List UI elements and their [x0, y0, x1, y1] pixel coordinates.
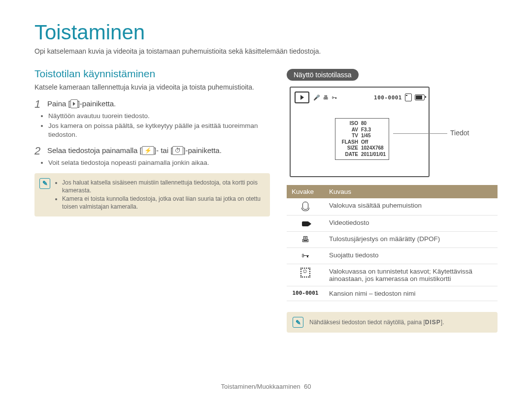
legend-desc: Videotiedosto: [324, 216, 498, 232]
table-header-row: Kuvake Kuvaus: [287, 185, 498, 198]
file-id: 100-0001: [374, 94, 402, 101]
note-icon: ✎: [39, 178, 50, 189]
table-row: 🗝 Suojattu tiedosto: [287, 248, 498, 264]
info-label: FLASH: [338, 139, 361, 146]
subsection-pill: Näyttö toistotilassa: [287, 69, 359, 81]
step1-text-b: ]-painiketta.: [78, 99, 116, 108]
page-footer: Toistaminen/Muokkaaminen 60: [0, 383, 532, 390]
callout-label: Tiedot: [450, 129, 469, 137]
table-row: 100-0001 Kansion nimi – tiedoston nimi: [287, 286, 498, 301]
callout-line: [393, 133, 447, 134]
col-header-icon: Kuvake: [287, 185, 324, 198]
battery-fill: [416, 95, 422, 99]
step-number: 1: [34, 99, 47, 110]
info-label: SIZE: [338, 145, 361, 152]
step-number: 2: [34, 146, 47, 156]
page-intro: Opi katselemaan kuvia ja videoita ja toi…: [34, 47, 498, 55]
lcd-illustration: 🎤 🖶 🗝 100-0001 ISO80 AVF3.3: [290, 87, 498, 177]
note-item: Jos haluat katsella sisäiseen muistiin t…: [62, 179, 264, 194]
flash-button-icon: ⚡: [142, 146, 154, 155]
table-row: 🖶 Tulostusjärjestys on määrätty (DPOF): [287, 232, 498, 248]
step2-text-a: Selaa tiedostoja painamalla [: [47, 146, 142, 154]
key-lock-icon: 🗝: [301, 251, 309, 260]
icon-legend-table: Kuvake Kuvaus Valokuva sisältää puhemuis…: [287, 185, 498, 301]
info-value: 1/45: [361, 133, 370, 139]
bullet: Näyttöön avautuu tuorein tiedosto.: [48, 112, 270, 121]
lcd-status-icons: 🎤 🖶 🗝: [313, 94, 337, 101]
legend-icon-cell: 🗝: [287, 248, 324, 264]
tip-b: ].: [441, 319, 444, 326]
playback-indicator-icon: [295, 92, 309, 103]
step-2: 2 Selaa tiedostoja painamalla [⚡]- tai […: [34, 146, 270, 156]
col-header-desc: Kuvaus: [324, 185, 498, 198]
legend-icon-cell: [287, 264, 324, 286]
tip-a: Nähdäksesi tiedoston tiedot näytöllä, pa…: [309, 319, 425, 326]
timer-button-icon: ⏱: [172, 146, 183, 155]
note-item: Kamera ei toista kunnolla tiedostoja, jo…: [62, 195, 264, 211]
table-row: Videotiedosto: [287, 216, 498, 232]
step-text: Paina []-painiketta.: [47, 99, 116, 109]
section-lede: Katsele kameraan tallennettuja kuvia ja …: [34, 83, 270, 92]
legend-icon-cell: 🖶: [287, 232, 324, 248]
lcd-top-right: 100-0001: [374, 93, 425, 101]
info-value: Off: [361, 139, 368, 146]
right-column: Näyttö toistotilassa 🎤 🖶 🗝 100-0001: [287, 68, 498, 333]
info-value: 2011/01/01: [361, 152, 386, 158]
footer-section: Toistaminen/Muokkaaminen: [221, 383, 300, 390]
step1-bullets: Näyttöön avautuu tuorein tiedosto. Jos k…: [48, 112, 270, 140]
info-value: 1024X768: [361, 145, 384, 152]
legend-desc: Suojattu tiedosto: [324, 248, 498, 264]
table-row: Valokuvassa on tunnistetut kasvot; Käyte…: [287, 264, 498, 286]
info-value: F3.3: [361, 127, 371, 133]
note-icon: ✎: [293, 317, 303, 328]
face-detect-icon: [300, 268, 310, 278]
table-row: Valokuva sisältää puhemuistion: [287, 198, 498, 216]
battery-icon: [415, 94, 425, 100]
step1-text-a: Paina [: [47, 99, 70, 108]
legend-icon-cell: [287, 198, 324, 216]
bullet: Jos kamera on poissa päältä, se kytkeyty…: [48, 122, 270, 139]
manual-page: Toistaminen Opi katselemaan kuvia ja vid…: [0, 0, 532, 401]
printer-icon: 🖶: [301, 235, 309, 244]
bullet: Voit selata tiedostoja nopeasti painamal…: [48, 158, 270, 167]
step2-text-b: ]-painiketta.: [183, 146, 222, 154]
legend-icon-cell: 100-0001: [287, 286, 324, 301]
legend-icon-cell: [287, 216, 324, 232]
note-list: Jos haluat katsella sisäiseen muistiin t…: [55, 178, 264, 212]
lock-icon: 🗝: [332, 94, 337, 100]
print-icon: 🖶: [323, 94, 329, 100]
info-value: 80: [361, 121, 366, 127]
microphone-icon: [302, 202, 308, 210]
info-label: TV: [338, 133, 361, 139]
step-1: 1 Paina []-painiketta.: [34, 99, 270, 110]
video-icon: [302, 221, 309, 226]
step2-text-mid: ]- tai [: [154, 146, 173, 154]
section-heading: Toistotilan käynnistäminen: [34, 68, 270, 80]
note-box: ✎ Jos haluat katsella sisäiseen muistiin…: [34, 173, 270, 216]
left-column: Toistotilan käynnistäminen Katsele kamer…: [34, 68, 270, 333]
memory-card-icon: [405, 93, 412, 101]
mic-icon: 🎤: [313, 94, 320, 101]
play-button-icon: [70, 99, 78, 108]
lcd-info-panel: ISO80 AVF3.3 TV1/45 FLASHOff SIZE1024X76…: [335, 118, 389, 160]
legend-desc: Kansion nimi – tiedoston nimi: [324, 286, 498, 301]
legend-desc: Tulostusjärjestys on määrätty (DPOF): [324, 232, 498, 248]
lcd-top-bar: 🎤 🖶 🗝 100-0001: [295, 92, 425, 103]
page-title: Toistaminen: [34, 21, 498, 44]
tip-box: ✎ Nähdäksesi tiedoston tiedot näytöllä, …: [287, 312, 498, 333]
two-column-layout: Toistotilan käynnistäminen Katsele kamer…: [34, 68, 498, 333]
info-label: DATE: [338, 152, 361, 158]
camera-lcd: 🎤 🖶 🗝 100-0001 ISO80 AVF3.3: [290, 87, 430, 177]
disp-button-label: DISP: [425, 319, 441, 326]
info-label: AV: [338, 127, 361, 133]
step-text: Selaa tiedostoja painamalla [⚡]- tai [⏱]…: [47, 146, 222, 155]
tip-text: Nähdäksesi tiedoston tiedot näytöllä, pa…: [309, 319, 444, 326]
legend-desc: Valokuva sisältää puhemuistion: [324, 198, 498, 216]
legend-desc: Valokuvassa on tunnistetut kasvot; Käyte…: [324, 264, 498, 286]
footer-page-number: 60: [304, 383, 311, 390]
info-label: ISO: [338, 121, 361, 127]
step2-bullets: Voit selata tiedostoja nopeasti painamal…: [48, 158, 270, 167]
